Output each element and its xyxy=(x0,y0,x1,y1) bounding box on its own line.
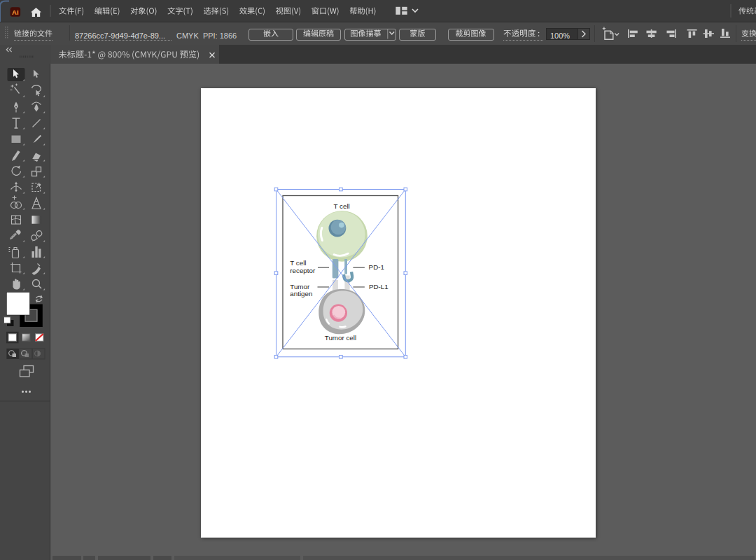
svg-text:Tumor: Tumor xyxy=(290,283,310,290)
svg-text:Tumor cell: Tumor cell xyxy=(325,334,356,342)
svg-text:T cell: T cell xyxy=(290,259,306,267)
svg-text:receptor: receptor xyxy=(290,267,316,274)
svg-text:T cell: T cell xyxy=(334,202,350,210)
svg-text:PD-L1: PD-L1 xyxy=(369,283,388,290)
svg-text:PD-1: PD-1 xyxy=(369,263,384,271)
svg-text:antigen: antigen xyxy=(290,290,312,298)
svg-text:Ai: Ai xyxy=(12,8,19,16)
